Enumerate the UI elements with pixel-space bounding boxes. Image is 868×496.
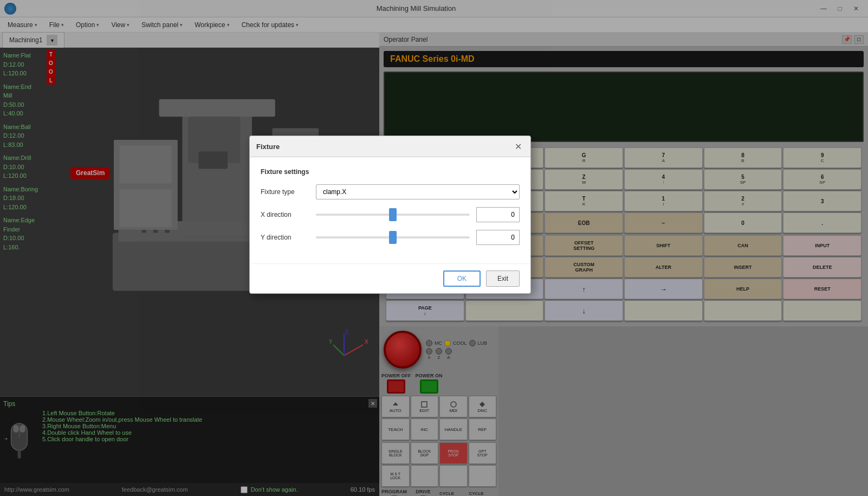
fixture-close-button[interactable]: ✕ [512, 140, 524, 152]
fixture-titlebar: Fixture ✕ [250, 136, 530, 157]
fixture-dialog-title: Fixture [256, 143, 280, 151]
fixture-type-row: Fixture type clamp.X clamp.Y vise none [261, 184, 520, 199]
y-slider-container [316, 230, 470, 245]
fixture-type-label: Fixture type [261, 188, 309, 196]
x-direction-label: X direction [261, 211, 309, 218]
fixture-overlay: Fixture ✕ Fixture settings Fixture type … [0, 0, 868, 496]
fixture-ok-button[interactable]: OK [443, 270, 481, 287]
fixture-footer: OK Exit [250, 263, 530, 293]
y-direction-label: Y direction [261, 234, 309, 241]
y-direction-row: Y direction 0 [261, 230, 520, 245]
y-direction-value[interactable]: 0 [476, 230, 520, 245]
x-direction-row: X direction 0 [261, 207, 520, 222]
fixture-exit-button[interactable]: Exit [486, 270, 520, 287]
y-direction-slider[interactable] [316, 236, 470, 239]
x-direction-value[interactable]: 0 [476, 207, 520, 222]
x-direction-slider[interactable] [316, 214, 470, 216]
fixture-type-select[interactable]: clamp.X clamp.Y vise none [316, 184, 520, 199]
fixture-body: Fixture settings Fixture type clamp.X cl… [250, 157, 530, 263]
fixture-section-title: Fixture settings [261, 168, 520, 176]
fixture-dialog: Fixture ✕ Fixture settings Fixture type … [249, 136, 531, 294]
x-slider-container [316, 207, 470, 222]
